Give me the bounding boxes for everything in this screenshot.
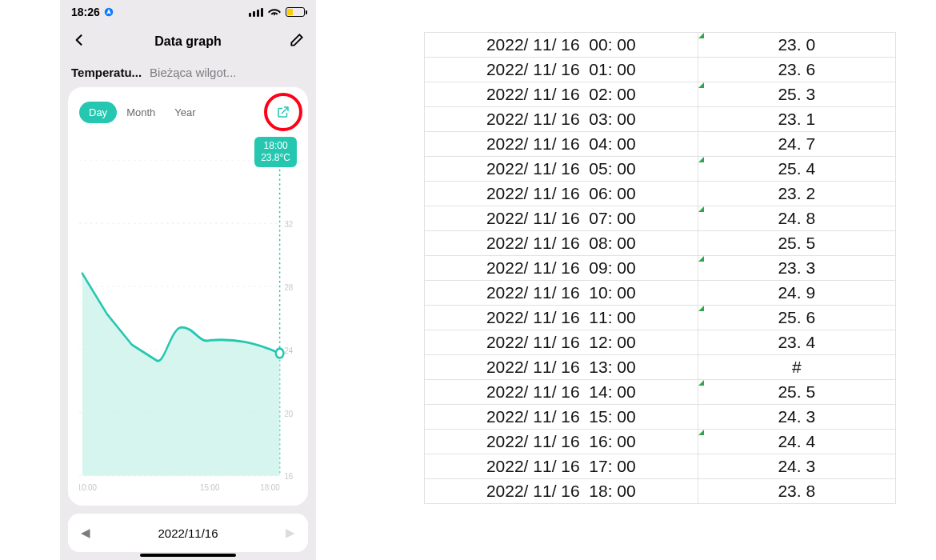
table-row: 2022/ 11/ 16 12: 0023. 4	[425, 330, 896, 355]
cell-timestamp: 2022/ 11/ 16 00: 00	[425, 33, 698, 58]
table-row: 2022/ 11/ 16 09: 0023. 3	[425, 256, 896, 281]
cell-value: 24. 4	[698, 430, 895, 454]
location-icon	[103, 6, 114, 18]
cell-timestamp: 2022/ 11/ 16 12: 00	[425, 330, 698, 355]
table-row: 2022/ 11/ 16 18: 0023. 8	[425, 479, 896, 504]
chart-card: Day Month Year 18:00 23.8°C	[68, 87, 308, 506]
edit-button[interactable]	[289, 32, 305, 51]
cell-value: 24. 3	[698, 454, 895, 479]
chart-svg: 36 32 28 24 20 16 10:00 15:00 18:00	[79, 142, 297, 494]
svg-point-17	[276, 349, 284, 358]
cell-timestamp: 2022/ 11/ 16 13: 00	[425, 355, 698, 380]
table-row: 2022/ 11/ 16 01: 0023. 6	[425, 58, 896, 82]
status-time: 18:26	[71, 6, 100, 18]
back-button[interactable]	[71, 32, 87, 51]
svg-text:16: 16	[284, 471, 293, 482]
table-row: 2022/ 11/ 16 15: 0024. 3	[425, 405, 896, 430]
cell-timestamp: 2022/ 11/ 16 05: 00	[425, 157, 698, 182]
cell-timestamp: 2022/ 11/ 16 14: 00	[425, 380, 698, 405]
export-icon	[276, 105, 290, 119]
cell-timestamp: 2022/ 11/ 16 04: 00	[425, 132, 698, 157]
svg-text:32: 32	[284, 218, 293, 229]
table-row: 2022/ 11/ 16 13: 00#	[425, 355, 896, 380]
prev-day-button[interactable]: ◀	[81, 526, 90, 540]
cell-value: 23. 6	[698, 58, 895, 82]
range-day[interactable]: Day	[79, 102, 117, 123]
page-title: Data graph	[154, 34, 222, 49]
data-table: 2022/ 11/ 16 00: 0023. 02022/ 11/ 16 01:…	[424, 32, 896, 504]
cell-value: 23. 8	[698, 479, 895, 504]
cell-timestamp: 2022/ 11/ 16 16: 00	[425, 430, 698, 454]
status-bar: 18:26	[60, 0, 316, 24]
svg-text:20: 20	[284, 408, 293, 418]
cell-value: 25. 6	[698, 306, 895, 330]
home-indicator	[140, 554, 236, 557]
table-row: 2022/ 11/ 16 08: 0025. 5	[425, 231, 896, 256]
chart-area[interactable]: 18:00 23.8°C 36	[79, 142, 297, 494]
metric-tabs: Temperatu... Bieżąca wilgot...	[60, 59, 316, 87]
table-row: 2022/ 11/ 16 14: 0025. 5	[425, 380, 896, 405]
cell-timestamp: 2022/ 11/ 16 01: 00	[425, 58, 698, 82]
cell-timestamp: 2022/ 11/ 16 06: 00	[425, 182, 698, 206]
range-selector: Day Month Year	[79, 102, 206, 123]
cell-timestamp: 2022/ 11/ 16 11: 00	[425, 306, 698, 330]
cell-value: 23. 3	[698, 256, 895, 281]
table-row: 2022/ 11/ 16 10: 0024. 9	[425, 281, 896, 306]
data-table-panel: 2022/ 11/ 16 00: 0023. 02022/ 11/ 16 01:…	[376, 0, 936, 560]
cell-value: 24. 9	[698, 281, 895, 306]
table-row: 2022/ 11/ 16 07: 0024. 8	[425, 206, 896, 231]
table-row: 2022/ 11/ 16 17: 0024. 3	[425, 454, 896, 479]
export-button[interactable]	[270, 98, 297, 126]
cell-timestamp: 2022/ 11/ 16 03: 00	[425, 107, 698, 132]
cell-timestamp: 2022/ 11/ 16 07: 00	[425, 206, 698, 231]
cell-timestamp: 2022/ 11/ 16 17: 00	[425, 454, 698, 479]
chart-tooltip: 18:00 23.8°C	[254, 137, 297, 167]
cell-timestamp: 2022/ 11/ 16 10: 00	[425, 281, 698, 306]
svg-text:24: 24	[284, 345, 293, 355]
table-row: 2022/ 11/ 16 04: 0024. 7	[425, 132, 896, 157]
svg-text:15:00: 15:00	[200, 482, 219, 493]
cell-timestamp: 2022/ 11/ 16 09: 00	[425, 256, 698, 281]
svg-text:28: 28	[284, 282, 293, 292]
cell-value: 24. 3	[698, 405, 895, 430]
range-month[interactable]: Month	[117, 102, 165, 123]
cell-value: 25. 5	[698, 380, 895, 405]
tooltip-time: 18:00	[261, 140, 290, 152]
cell-value: 25. 4	[698, 157, 895, 182]
cell-timestamp: 2022/ 11/ 16 18: 00	[425, 479, 698, 504]
next-day-button[interactable]: ▶	[286, 526, 295, 540]
wifi-icon	[268, 6, 281, 18]
table-row: 2022/ 11/ 16 05: 0025. 4	[425, 157, 896, 182]
table-row: 2022/ 11/ 16 03: 0023. 1	[425, 107, 896, 132]
tooltip-value: 23.8°C	[261, 152, 290, 164]
table-row: 2022/ 11/ 16 11: 0025. 6	[425, 306, 896, 330]
cell-timestamp: 2022/ 11/ 16 15: 00	[425, 405, 698, 430]
cell-value: 24. 8	[698, 206, 895, 231]
signal-icon	[249, 8, 263, 17]
tab-temperature[interactable]: Temperatu...	[71, 66, 142, 79]
nav-bar: Data graph	[60, 24, 316, 59]
cell-value: #	[698, 355, 895, 380]
phone-panel: 18:26 Data graph Temperatu... Bieżąca wi…	[0, 0, 376, 560]
range-year[interactable]: Year	[165, 102, 205, 123]
cell-value: 23. 4	[698, 330, 895, 355]
cell-timestamp: 2022/ 11/ 16 08: 00	[425, 231, 698, 256]
current-date: 2022/11/16	[158, 526, 218, 540]
cell-value: 23. 2	[698, 182, 895, 206]
cell-value: 25. 5	[698, 231, 895, 256]
table-row: 2022/ 11/ 16 02: 0025. 3	[425, 82, 896, 107]
svg-text:18:00: 18:00	[260, 482, 279, 493]
cell-value: 24. 7	[698, 132, 895, 157]
cell-value: 23. 0	[698, 33, 895, 58]
cell-value: 23. 1	[698, 107, 895, 132]
date-selector: ◀ 2022/11/16 ▶	[68, 514, 308, 552]
cell-value: 25. 3	[698, 82, 895, 107]
tab-humidity[interactable]: Bieżąca wilgot...	[150, 66, 236, 79]
table-row: 2022/ 11/ 16 06: 0023. 2	[425, 182, 896, 206]
table-row: 2022/ 11/ 16 00: 0023. 0	[425, 33, 896, 58]
table-row: 2022/ 11/ 16 16: 0024. 4	[425, 430, 896, 454]
phone-screen: 18:26 Data graph Temperatu... Bieżąca wi…	[60, 0, 316, 560]
battery-icon	[286, 7, 305, 17]
svg-text:10:00: 10:00	[79, 482, 97, 493]
cell-timestamp: 2022/ 11/ 16 02: 00	[425, 82, 698, 107]
